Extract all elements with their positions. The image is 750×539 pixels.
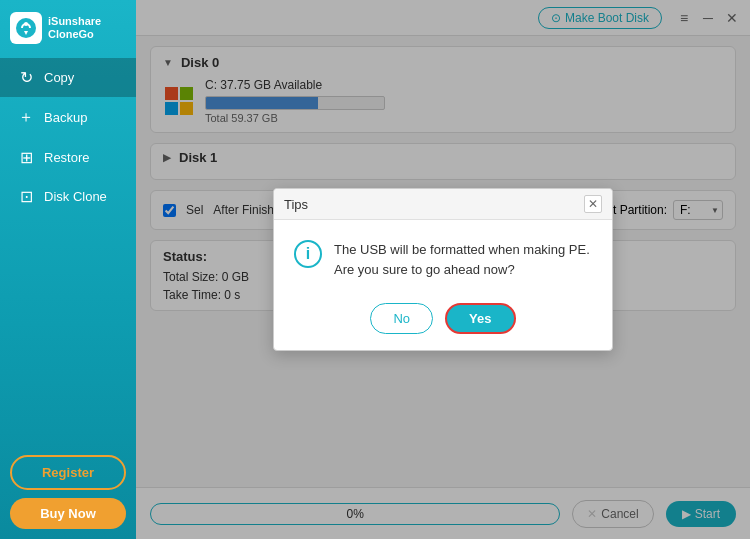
- dialog-title: Tips: [284, 197, 308, 212]
- dialog-titlebar: Tips ✕: [274, 189, 612, 220]
- main-area: ⊙ Make Boot Disk ≡ ─ ✕ ▼ Disk 0: [136, 0, 750, 539]
- sidebar-label-copy: Copy: [44, 70, 74, 85]
- backup-icon: ＋: [16, 107, 36, 128]
- svg-point-1: [24, 22, 28, 26]
- sidebar: iSunshare CloneGo ↻ Copy ＋ Backup ⊞ Rest…: [0, 0, 136, 539]
- register-button[interactable]: Register: [10, 455, 126, 490]
- sidebar-item-backup[interactable]: ＋ Backup: [0, 97, 136, 138]
- restore-icon: ⊞: [16, 148, 36, 167]
- sidebar-bottom: Register Buy Now: [0, 445, 136, 539]
- dialog-message: The USB will be formatted when making PE…: [334, 240, 592, 279]
- sidebar-item-copy[interactable]: ↻ Copy: [0, 58, 136, 97]
- dialog-close-button[interactable]: ✕: [584, 195, 602, 213]
- sidebar-label-diskclone: Disk Clone: [44, 189, 107, 204]
- dialog-yes-button[interactable]: Yes: [445, 303, 515, 334]
- tips-dialog: Tips ✕ i The USB will be formatted when …: [273, 188, 613, 351]
- logo-icon: [10, 12, 42, 44]
- sidebar-label-backup: Backup: [44, 110, 87, 125]
- dialog-info-icon: i: [294, 240, 322, 268]
- dialog-body: i The USB will be formatted when making …: [274, 220, 612, 295]
- sidebar-label-restore: Restore: [44, 150, 90, 165]
- sidebar-item-restore[interactable]: ⊞ Restore: [0, 138, 136, 177]
- app-logo: iSunshare CloneGo: [0, 0, 136, 54]
- dialog-no-button[interactable]: No: [370, 303, 433, 334]
- copy-icon: ↻: [16, 68, 36, 87]
- logo-text: iSunshare CloneGo: [48, 15, 101, 41]
- dialog-overlay: Tips ✕ i The USB will be formatted when …: [136, 0, 750, 539]
- dialog-footer: No Yes: [274, 295, 612, 350]
- buynow-button[interactable]: Buy Now: [10, 498, 126, 529]
- sidebar-nav: ↻ Copy ＋ Backup ⊞ Restore ⊡ Disk Clone: [0, 58, 136, 216]
- diskclone-icon: ⊡: [16, 187, 36, 206]
- sidebar-item-diskclone[interactable]: ⊡ Disk Clone: [0, 177, 136, 216]
